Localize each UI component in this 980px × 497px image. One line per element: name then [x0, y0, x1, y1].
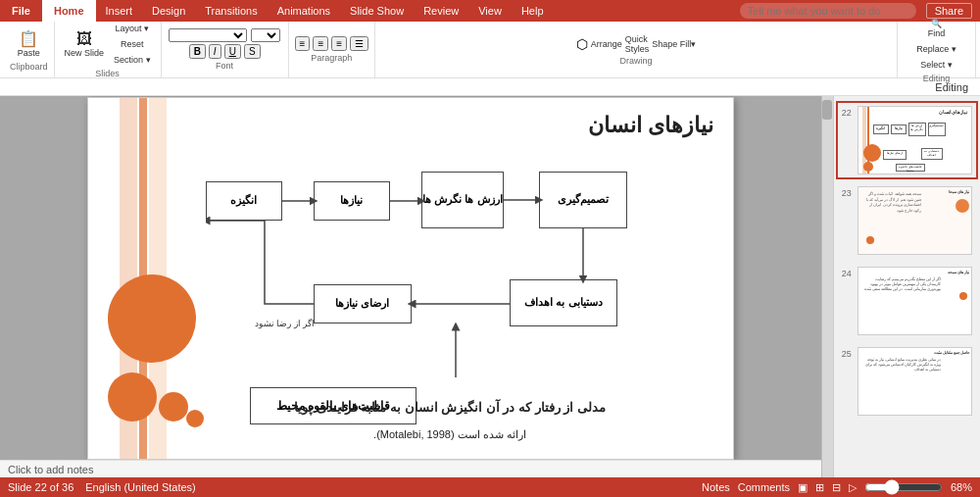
drawing-label: Drawing	[620, 56, 653, 66]
editing-group: 🔍 Find Replace ▾ Select ▾ Editing	[898, 22, 976, 77]
thumbnail-panel: 22 نیازهای انسان انگیزه نیازها ارزش ها ن…	[833, 96, 980, 477]
goal-attainment-box: دستیابی به اهداف	[510, 279, 617, 326]
notes-button[interactable]: Notes	[702, 481, 730, 493]
zoom-level: 68%	[951, 481, 972, 493]
align-left-button[interactable]: ≡	[295, 36, 311, 51]
design-tab[interactable]: Design	[142, 5, 195, 17]
thumbnail-24[interactable]: 24 نیاز های سبحه اگر از این سطح بگذریم م…	[836, 262, 978, 340]
thumb-num-23: 23	[842, 188, 858, 198]
arrange-icon: Arrange	[591, 39, 622, 49]
slideshow-tab[interactable]: Slide Show	[340, 5, 414, 17]
align-right-button[interactable]: ≡	[331, 36, 347, 51]
formula-bar: Editing	[0, 78, 980, 96]
insert-tab[interactable]: Insert	[96, 5, 143, 17]
thumbnail-25[interactable]: 25 حاصل جمع متقابل مثبت در مبانی نظری مد…	[836, 342, 978, 421]
align-center-button[interactable]: ≡	[313, 36, 328, 51]
view-slide-icon[interactable]: ⊞	[815, 481, 824, 494]
shape-fill-icon: Shape Fill▾	[652, 39, 696, 49]
paste-button[interactable]: 📋 Paste	[14, 27, 44, 60]
bold-button[interactable]: B	[189, 44, 206, 59]
small-circle-1	[159, 392, 188, 422]
strikethrough-button[interactable]: S	[244, 44, 261, 59]
values-box: ارزش ها نگرش ها	[421, 172, 504, 228]
underline-button[interactable]: U	[224, 44, 241, 59]
drawing-group: ⬡ Arrange QuickStyles Shape Fill▾ Drawin…	[375, 22, 898, 77]
select-button[interactable]: Select ▾	[912, 58, 960, 72]
view-reading-icon[interactable]: ⊟	[832, 481, 841, 494]
slide-caption-2: ارائه شده است (Motalebi, 1998).	[186, 428, 713, 441]
quick-styles-icon: QuickStyles	[625, 34, 650, 54]
clipboard-group: 📋 Paste Clipboard	[4, 22, 55, 77]
new-slide-icon: 🖼	[76, 29, 92, 48]
view-normal-icon[interactable]: ▣	[798, 481, 808, 494]
view-slideshow-icon[interactable]: ▷	[849, 481, 857, 494]
paste-icon: 📋	[19, 29, 38, 48]
thumb-num-22: 22	[842, 108, 858, 118]
paragraph-group: ≡ ≡ ≡ ☰ Paragraph	[289, 22, 376, 77]
ribbon: 📋 Paste Clipboard 🖼 New Slide Layout ▾ R…	[0, 22, 980, 78]
layout-button[interactable]: Layout ▾	[110, 22, 155, 35]
status-right: Notes Comments ▣ ⊞ ⊟ ▷ 68%	[702, 479, 972, 495]
new-slide-button[interactable]: 🖼 New Slide	[61, 27, 109, 60]
thumbnail-23[interactable]: 23 نیاز های سبحا سبحه همه شواهد اثبات شد…	[836, 181, 978, 260]
reset-button[interactable]: Reset	[110, 37, 155, 51]
replace-button[interactable]: Replace ▾	[912, 42, 960, 56]
title-bar: File Home Insert Design Transitions Anim…	[0, 0, 980, 22]
thumb-img-25: حاصل جمع متقابل مثبت در مبانی نظری مدیری…	[858, 347, 972, 416]
needs-box: نیازها	[314, 181, 390, 221]
slide-caption-1: مدلی از رفتار که در آن انگیزش انسان به م…	[186, 400, 713, 415]
med-circle	[108, 373, 157, 422]
comments-button[interactable]: Comments	[738, 481, 790, 493]
notes-bar[interactable]: Click to add notes	[0, 460, 821, 477]
slide[interactable]: نیازهای انسان انگیزه نیازها ارزش ها نگرش…	[87, 97, 734, 460]
slide-panel: نیازهای انسان انگیزه نیازها ارزش ها نگرش…	[0, 96, 821, 477]
thumb-img-22: نیازهای انسان انگیزه نیازها ارزش ها نگرش…	[858, 106, 972, 174]
motivation-box: انگیزه	[206, 181, 282, 221]
font-size-select[interactable]	[251, 28, 280, 42]
notes-placeholder: Click to add notes	[8, 464, 93, 475]
animations-tab[interactable]: Animations	[268, 5, 340, 17]
zoom-slider[interactable]	[864, 479, 943, 495]
slide-title: نیازهای انسان	[588, 113, 713, 138]
slides-group: 🖼 New Slide Layout ▾ Reset Section ▾ Sli…	[55, 22, 162, 77]
file-tab[interactable]: File	[0, 0, 42, 22]
italic-button[interactable]: I	[209, 44, 221, 59]
section-button[interactable]: Section ▾	[110, 53, 155, 67]
vertical-scrollbar[interactable]	[821, 96, 833, 477]
clipboard-label: Clipboard	[10, 62, 48, 72]
slide-canvas[interactable]: نیازهای انسان انگیزه نیازها ارزش ها نگرش…	[0, 96, 821, 460]
search-input[interactable]	[740, 3, 916, 19]
thumb-num-25: 25	[842, 349, 858, 359]
decision-box: تصمیم‌گیری	[539, 172, 627, 228]
font-group: B I U S Font	[162, 22, 289, 77]
thumb-num-24: 24	[842, 269, 858, 278]
slides-label: Slides	[95, 69, 120, 78]
note-text: اگر از رضا نشود	[255, 319, 316, 330]
paragraph-label: Paragraph	[311, 53, 352, 63]
status-bar: Slide 22 of 36 English (United States) N…	[0, 477, 980, 497]
review-tab[interactable]: Review	[414, 5, 468, 17]
bullet-button[interactable]: ☰	[350, 36, 368, 51]
help-tab[interactable]: Help	[512, 5, 554, 17]
status-left: Slide 22 of 36 English (United States)	[8, 481, 196, 493]
language-info: English (United States)	[85, 481, 196, 493]
thumb-img-23: نیاز های سبحا سبحه همه شواهد اثبات شده و…	[858, 186, 972, 255]
other-tabs: Insert Design Transitions Animations Sli…	[96, 0, 554, 22]
find-button[interactable]: 🔍 Find	[912, 17, 960, 40]
transitions-tab[interactable]: Transitions	[195, 5, 267, 17]
thumbnail-22[interactable]: 22 نیازهای انسان انگیزه نیازها ارزش ها ن…	[836, 101, 978, 179]
main-area: نیازهای انسان انگیزه نیازها ارزش ها نگرش…	[0, 96, 980, 477]
shapes-icon: ⬡	[576, 36, 588, 52]
need-satisfaction-box: ارضای نیازها	[314, 284, 412, 323]
view-tab[interactable]: View	[468, 5, 512, 17]
big-circle	[108, 274, 196, 363]
font-family-select[interactable]	[169, 28, 247, 42]
slide-info: Slide 22 of 36	[8, 481, 74, 493]
editing-mode-label: Editing	[935, 81, 976, 93]
font-label: Font	[216, 61, 233, 71]
flowchart: انگیزه نیازها ارزش ها نگرش ها تصمیم‌گیری…	[206, 152, 715, 377]
thumb-img-24: نیاز های سبحه اگر از این سطح بگذریم می‌ب…	[858, 267, 972, 335]
home-tab[interactable]: Home	[42, 0, 96, 22]
